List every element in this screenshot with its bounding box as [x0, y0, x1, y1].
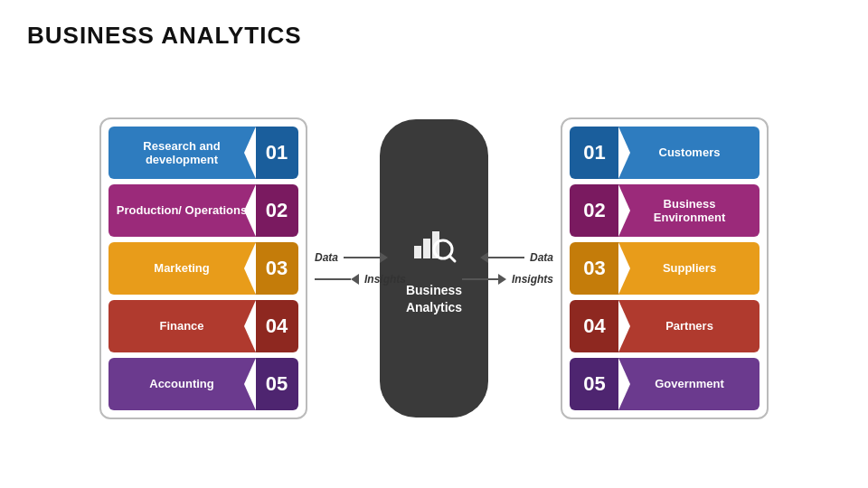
left-data-arrow: Data [315, 251, 388, 264]
left-label-3: Marketing [108, 242, 255, 295]
right-label-4: Partners [619, 300, 760, 352]
analytics-icon [410, 221, 458, 273]
left-panel: Research and development 01 Production/ … [99, 117, 307, 419]
left-number-3: 03 [255, 242, 298, 295]
left-item-2: Production/ Operations 02 [108, 184, 298, 237]
left-number-2: 02 [255, 184, 298, 237]
right-panel: 01 Customers 02 Business Environment 03 … [561, 117, 769, 419]
right-label-1: Customers [619, 127, 760, 179]
right-item-5: 05 Government [570, 358, 760, 410]
right-item-1: 01 Customers [570, 127, 760, 179]
left-number-4: 04 [255, 300, 298, 352]
center-label: Business Analytics [406, 282, 462, 314]
left-item-1: Research and development 01 [108, 127, 298, 179]
page-title: BUSINESS ANALYTICS [27, 22, 841, 50]
svg-rect-1 [423, 239, 430, 258]
right-number-5: 05 [570, 358, 619, 410]
left-item-5: Accounting 05 [108, 358, 298, 410]
right-data-line [488, 257, 524, 258]
right-item-4: 04 Partners [570, 300, 760, 352]
right-data-label: Data [530, 251, 553, 264]
left-label-2: Production/ Operations [108, 184, 255, 237]
left-item-3: Marketing 03 [108, 242, 298, 295]
right-insights-label: Insights [512, 273, 553, 286]
right-item-2: 02 Business Environment [570, 184, 760, 237]
page-container: BUSINESS ANALYTICS Research and developm… [0, 0, 868, 488]
left-insights-line [315, 278, 351, 280]
right-label-3: Suppliers [619, 242, 760, 295]
left-data-line [344, 257, 380, 258]
left-insights-arrowhead [351, 274, 359, 285]
left-label-4: Finance [108, 300, 255, 352]
right-number-1: 01 [570, 127, 619, 179]
left-number-5: 05 [255, 358, 298, 410]
right-label-2: Business Environment [619, 184, 760, 237]
right-item-3: 03 Suppliers [570, 242, 760, 295]
left-item-4: Finance 04 [108, 300, 298, 352]
left-label-1: Research and development [108, 127, 255, 179]
right-data-arrow: Data [480, 251, 553, 264]
svg-rect-0 [414, 246, 421, 258]
left-number-1: 01 [255, 127, 298, 179]
svg-line-4 [449, 256, 455, 261]
right-label-5: Government [619, 358, 760, 410]
left-label-5: Accounting [108, 358, 255, 410]
left-data-label: Data [315, 251, 338, 264]
center-pill: Business Analytics [380, 119, 488, 418]
right-number-4: 04 [570, 300, 619, 352]
main-content: Research and development 01 Production/ … [27, 66, 841, 470]
right-number-2: 02 [570, 184, 619, 237]
right-insights-arrowhead [498, 274, 506, 285]
right-number-3: 03 [570, 242, 619, 295]
